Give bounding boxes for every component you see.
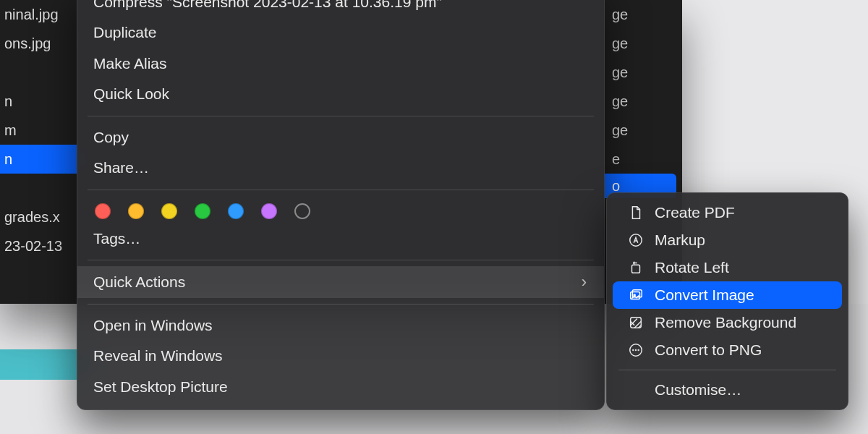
menu-item-open-in-windows[interactable]: Open in Windows [77, 310, 604, 341]
submenu-label: Create PDF [655, 204, 735, 221]
submenu-item-markup[interactable]: Markup [613, 226, 842, 254]
menu-label: Share… [93, 157, 149, 179]
chevron-right-icon: › [582, 271, 587, 294]
menu-item-quick-actions[interactable]: Quick Actions › [77, 266, 604, 298]
submenu-label: Markup [655, 231, 705, 249]
context-menu: Compress "Screenshot 2023-02-13 at 10.36… [77, 0, 605, 410]
submenu-item-create-pdf[interactable]: Create PDF [613, 199, 842, 226]
rotate-left-icon [627, 259, 644, 276]
submenu-item-customise[interactable]: Customise… [613, 376, 842, 404]
remove-background-icon [627, 314, 644, 331]
submenu-label: Convert to PNG [655, 341, 762, 359]
menu-item-tags[interactable]: Tags… [77, 224, 604, 254]
menu-item-share[interactable]: Share… [77, 153, 604, 183]
file-list-item[interactable]: 23-02-13 [0, 231, 80, 260]
tag-yellow-icon[interactable] [161, 203, 177, 219]
menu-separator [88, 260, 594, 260]
tag-orange-icon[interactable] [128, 203, 144, 219]
menu-separator [88, 190, 594, 190]
menu-item-reveal-in-windows[interactable]: Reveal in Windows [77, 341, 604, 371]
ellipsis-circle-icon [627, 341, 644, 359]
file-list-gap [0, 174, 80, 203]
menu-item-compress[interactable]: Compress "Screenshot 2023-02-13 at 10.36… [77, 0, 604, 17]
quick-actions-submenu: Create PDF Markup Rotate Left Convert Im… [606, 192, 848, 410]
submenu-item-convert-image[interactable]: Convert Image [613, 281, 842, 309]
tag-none-icon[interactable] [294, 203, 310, 219]
file-list-item-selected[interactable]: n [0, 145, 80, 174]
desktop-accent-strip [0, 349, 87, 380]
blank-icon [627, 381, 644, 399]
svg-point-0 [630, 234, 642, 247]
file-list-item[interactable]: ninal.jpg [0, 0, 80, 29]
svg-point-8 [636, 350, 637, 351]
menu-label: Tags… [93, 228, 140, 250]
file-list-gap [0, 58, 80, 87]
menu-separator [88, 116, 594, 116]
submenu-label: Rotate Left [655, 259, 729, 276]
menu-label: Copy [93, 127, 129, 148]
kind-column: ge ge ge ge ge e o [605, 0, 682, 198]
menu-item-set-desktop-picture[interactable]: Set Desktop Picture [77, 372, 604, 402]
submenu-item-remove-background[interactable]: Remove Background [613, 309, 842, 336]
tag-purple-icon[interactable] [261, 203, 277, 219]
kind-cell: ge [605, 0, 682, 29]
tag-blue-icon[interactable] [228, 203, 244, 219]
kind-cell: ge [605, 58, 682, 87]
tag-green-icon[interactable] [195, 203, 210, 219]
menu-label: Reveal in Windows [93, 345, 223, 367]
submenu-separator [618, 370, 836, 370]
file-list-item[interactable]: ons.jpg [0, 29, 80, 58]
markup-icon [627, 231, 644, 249]
svg-point-9 [638, 350, 639, 351]
tag-color-row [77, 196, 604, 224]
kind-cell: ge [605, 87, 682, 116]
kind-cell: e [605, 145, 682, 174]
image-stack-icon [627, 286, 644, 304]
menu-label: Compress "Screenshot 2023-02-13 at 10.36… [93, 0, 442, 13]
menu-item-copy[interactable]: Copy [77, 122, 604, 153]
file-list-item[interactable]: grades.x [0, 203, 80, 231]
submenu-item-convert-to-png[interactable]: Convert to PNG [613, 336, 842, 364]
submenu-item-rotate-left[interactable]: Rotate Left [613, 254, 842, 281]
menu-label: Open in Windows [93, 315, 213, 336]
menu-label: Make Alias [93, 53, 167, 75]
kind-cell: ge [605, 116, 682, 145]
file-list-item[interactable]: m [0, 116, 80, 145]
file-list-item[interactable]: n [0, 87, 80, 116]
menu-item-duplicate[interactable]: Duplicate [77, 17, 604, 48]
document-icon [627, 204, 644, 221]
menu-item-quick-look[interactable]: Quick Look [77, 79, 604, 109]
svg-rect-1 [632, 265, 640, 273]
file-list: ninal.jpg ons.jpg n m n grades.x 23-02-1… [0, 0, 80, 260]
submenu-label: Remove Background [655, 314, 796, 331]
submenu-label: Convert Image [655, 286, 754, 304]
menu-label: Quick Actions [93, 271, 185, 293]
menu-label: Set Desktop Picture [93, 376, 228, 398]
menu-item-make-alias[interactable]: Make Alias [77, 48, 604, 79]
menu-label: Quick Look [93, 83, 169, 105]
menu-label: Duplicate [93, 22, 157, 43]
svg-point-7 [633, 350, 634, 351]
kind-cell: ge [605, 29, 682, 58]
tag-red-icon[interactable] [95, 203, 111, 219]
submenu-label: Customise… [655, 381, 741, 399]
menu-separator [88, 304, 594, 305]
